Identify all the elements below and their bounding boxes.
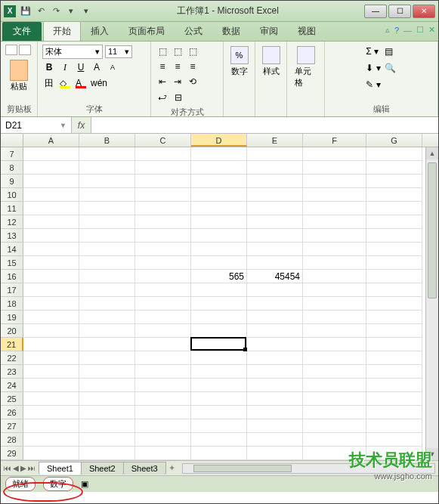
cell-E10[interactable] [247, 188, 303, 202]
cell-A28[interactable] [23, 433, 79, 447]
cell-B27[interactable] [79, 419, 135, 433]
col-header-A[interactable]: A [23, 134, 79, 147]
cell-G17[interactable] [366, 283, 422, 297]
cell-F9[interactable] [303, 175, 366, 188]
col-header-B[interactable]: B [79, 134, 135, 147]
cell-E21[interactable] [247, 338, 303, 351]
cell-F17[interactable] [303, 283, 366, 297]
cell-F16[interactable] [303, 270, 366, 283]
cell-G27[interactable] [366, 419, 422, 433]
cell-B8[interactable] [79, 161, 135, 175]
cell-B20[interactable] [79, 324, 135, 338]
autosum-icon[interactable]: Σ ▾ [365, 45, 379, 58]
cell-G9[interactable] [366, 175, 422, 188]
cell-A23[interactable] [23, 365, 79, 379]
col-header-G[interactable]: G [366, 134, 422, 147]
row-header-20[interactable]: 20 [1, 324, 23, 338]
help-icon[interactable]: ? [394, 26, 399, 35]
qat-more-icon[interactable]: ▾ [79, 5, 93, 18]
cell-C17[interactable] [135, 283, 191, 297]
select-all-corner[interactable] [1, 134, 23, 147]
cell-B14[interactable] [79, 243, 135, 256]
cell-D15[interactable] [191, 256, 247, 270]
cell-C23[interactable] [135, 365, 191, 379]
cell-D25[interactable] [191, 392, 247, 406]
row-header-28[interactable]: 28 [1, 433, 23, 447]
cell-G10[interactable] [366, 188, 422, 202]
row-header-27[interactable]: 27 [1, 419, 23, 433]
row-header-8[interactable]: 8 [1, 161, 23, 175]
cell-D14[interactable] [191, 243, 247, 256]
cell-E7[interactable] [247, 147, 303, 161]
cell-G29[interactable] [366, 447, 422, 460]
cell-A22[interactable] [23, 351, 79, 365]
record-macro-icon[interactable]: ▣ [81, 479, 88, 489]
cell-A16[interactable] [23, 270, 79, 283]
cell-D24[interactable] [191, 379, 247, 392]
cell-E17[interactable] [247, 283, 303, 297]
cell-F12[interactable] [303, 215, 366, 229]
align-middle-icon[interactable]: ⬚ [171, 45, 184, 58]
row-header-11[interactable]: 11 [1, 202, 23, 215]
cell-G16[interactable] [366, 270, 422, 283]
cell-C14[interactable] [135, 243, 191, 256]
cell-E25[interactable] [247, 392, 303, 406]
cell-A24[interactable] [23, 379, 79, 392]
cut-icon[interactable] [5, 45, 17, 55]
cell-B9[interactable] [79, 175, 135, 188]
sheet-last-icon[interactable]: ⏭ [28, 464, 36, 472]
tab-insert[interactable]: 插入 [81, 21, 119, 41]
align-left-icon[interactable]: ≡ [156, 60, 169, 73]
cell-D26[interactable] [191, 406, 247, 419]
cell-E9[interactable] [247, 175, 303, 188]
cell-C20[interactable] [135, 324, 191, 338]
cell-D19[interactable] [191, 311, 247, 324]
row-header-16[interactable]: 16 [1, 270, 23, 283]
cell-E28[interactable] [247, 433, 303, 447]
cell-A26[interactable] [23, 406, 79, 419]
cell-F23[interactable] [303, 365, 366, 379]
paste-button[interactable]: 粘贴 [5, 57, 32, 94]
tab-view[interactable]: 视图 [288, 21, 326, 41]
col-header-F[interactable]: F [303, 134, 366, 147]
cell-D11[interactable] [191, 202, 247, 215]
hscroll-thumb[interactable] [193, 465, 292, 472]
align-right-icon[interactable]: ≡ [186, 60, 199, 73]
cell-C29[interactable] [135, 447, 191, 460]
cell-F25[interactable] [303, 392, 366, 406]
row-header-10[interactable]: 10 [1, 188, 23, 202]
cell-E19[interactable] [247, 311, 303, 324]
cell-E18[interactable] [247, 297, 303, 311]
cell-G11[interactable] [366, 202, 422, 215]
number-format-button[interactable]: % 数字 [227, 45, 252, 79]
cell-F26[interactable] [303, 406, 366, 419]
align-top-icon[interactable]: ⬚ [156, 45, 169, 58]
cell-D29[interactable] [191, 447, 247, 460]
cell-F22[interactable] [303, 351, 366, 365]
increase-indent-icon[interactable]: ⇥ [171, 75, 184, 88]
cell-B7[interactable] [79, 147, 135, 161]
scroll-up-icon[interactable]: ▲ [426, 147, 438, 159]
italic-button[interactable]: I [58, 60, 72, 74]
wrap-text-icon[interactable]: ⮐ [156, 91, 169, 104]
doc-close-icon[interactable]: ✕ [428, 25, 435, 35]
cell-C11[interactable] [135, 202, 191, 215]
cell-F10[interactable] [303, 188, 366, 202]
cell-C7[interactable] [135, 147, 191, 161]
cell-B24[interactable] [79, 379, 135, 392]
cell-B16[interactable] [79, 270, 135, 283]
cell-B28[interactable] [79, 433, 135, 447]
cell-D16[interactable]: 565 [191, 270, 247, 283]
cell-G13[interactable] [366, 229, 422, 243]
vscroll-thumb[interactable] [428, 162, 437, 298]
cell-A27[interactable] [23, 419, 79, 433]
decrease-indent-icon[interactable]: ⇤ [156, 75, 169, 88]
sheet-tab-sheet3[interactable]: Sheet3 [123, 462, 166, 475]
row-header-19[interactable]: 19 [1, 311, 23, 324]
cell-F29[interactable] [303, 447, 366, 460]
undo-icon[interactable]: ↶ [34, 5, 48, 18]
cell-F21[interactable] [303, 338, 366, 351]
cell-F8[interactable] [303, 161, 366, 175]
orientation-icon[interactable]: ⟲ [186, 75, 199, 88]
cell-C24[interactable] [135, 379, 191, 392]
